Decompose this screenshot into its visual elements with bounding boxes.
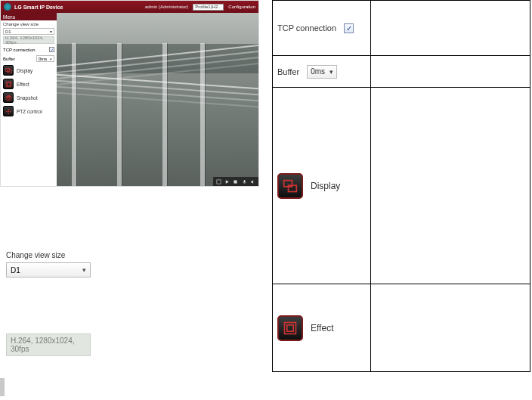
titlebar-brand: LG Smart IP Device (4, 3, 63, 11)
effect-icon (3, 79, 14, 89)
view-size-select-value: D1 (5, 29, 11, 34)
user-label: admin (Administrator) (145, 5, 188, 9)
display-icon (3, 65, 14, 76)
svg-rect-10 (243, 179, 245, 182)
table-tcp-checkbox[interactable]: ✓ (344, 23, 354, 33)
buffer-select-value: 0ms (39, 57, 47, 61)
panel-viewsize-select[interactable]: D1 (6, 262, 91, 278)
sidebar-item-display[interactable]: Display (1, 64, 57, 77)
sidebar-item-ptz[interactable]: PTZ control (1, 104, 57, 118)
ptz-icon (3, 106, 14, 116)
video-controls (213, 177, 258, 186)
sidebar-item-label: Display (17, 68, 32, 73)
video-frame (57, 13, 258, 186)
profile-select-value: Profile1(H2... (195, 5, 221, 9)
table-effect-label: Effect (311, 323, 333, 333)
ip-device-app: LG Smart IP Device admin (Administrator)… (0, 0, 259, 187)
video-viewport[interactable] (57, 13, 258, 186)
settings-table: TCP connection ✓ Buffer 0ms Display (272, 0, 530, 372)
svg-rect-8 (217, 179, 221, 183)
table-display-button[interactable]: Display (277, 173, 366, 199)
sidebar-item-label: Snapshot (17, 95, 37, 101)
panel-viewsize-value: D1 (11, 266, 20, 274)
logo-icon (4, 3, 11, 11)
table-tcp-label: TCP connection (277, 23, 336, 33)
stream-info-box: H.264, 1280x1024, 30fps (3, 36, 54, 44)
tcp-checkbox[interactable]: ✓ (49, 47, 54, 52)
effect-icon (277, 315, 303, 341)
panel-stream-info: H.264, 1280x1024, 30fps (6, 333, 91, 356)
svg-rect-13 (285, 322, 296, 333)
table-display-label: Display (311, 181, 340, 191)
svg-rect-14 (287, 324, 293, 330)
tcp-check-mark: ✓ (51, 48, 54, 52)
buffer-label: Buffer (3, 57, 15, 61)
menu-header: Menu (1, 13, 57, 20)
sidebar-item-snapshot[interactable]: Snapshot (1, 91, 57, 104)
play-icon[interactable] (224, 178, 230, 184)
titlebar: LG Smart IP Device admin (Administrator)… (1, 1, 258, 13)
view-size-select[interactable]: D1 (3, 28, 54, 35)
buffer-select[interactable]: 0ms (36, 55, 54, 62)
stray-gray-box (0, 378, 5, 396)
svg-point-7 (8, 110, 9, 112)
tcp-label: TCP connection (3, 48, 36, 52)
svg-rect-3 (7, 82, 10, 85)
panel-change-view-size: Change view size D1 (6, 251, 91, 278)
snapshot-icon (3, 92, 14, 103)
table-buffer-select[interactable]: 0ms (307, 65, 337, 79)
table-buffer-value: 0ms (311, 67, 325, 76)
svg-rect-9 (234, 180, 237, 183)
sidebar-item-effect[interactable]: Effect (1, 77, 57, 91)
table-tcp-check-mark: ✓ (346, 24, 352, 33)
table-effect-button[interactable]: Effect (277, 315, 366, 341)
sidebar: Menu Change view size D1 H.264, 1280x102… (1, 13, 57, 186)
sidebar-item-label: Effect (17, 82, 29, 87)
speaker-icon[interactable] (249, 178, 255, 184)
fullscreen-icon[interactable] (216, 178, 222, 184)
svg-rect-2 (6, 82, 11, 87)
svg-point-5 (8, 97, 10, 99)
table-buffer-label: Buffer (277, 67, 299, 76)
panel-viewsize-label: Change view size (6, 251, 91, 259)
display-icon (277, 173, 303, 199)
sidebar-item-label: PTZ control (17, 109, 42, 114)
stop-icon[interactable] (233, 178, 239, 184)
change-view-size-label: Change view size (3, 22, 54, 26)
profile-select[interactable]: Profile1(H2... (193, 4, 224, 11)
mic-icon[interactable] (241, 178, 247, 184)
configuration-link[interactable]: Configuration (228, 5, 255, 9)
brand-text: LG Smart IP Device (14, 5, 63, 10)
